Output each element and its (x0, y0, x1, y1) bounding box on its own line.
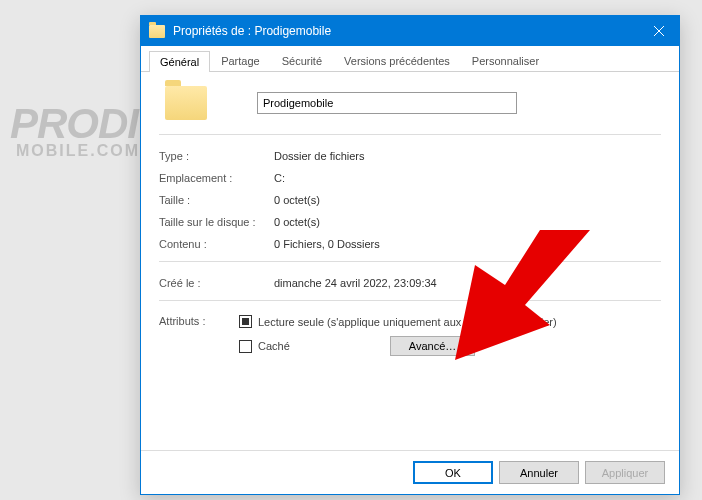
cancel-button[interactable]: Annuler (499, 461, 579, 484)
readonly-checkbox[interactable] (239, 315, 252, 328)
tab-securite[interactable]: Sécurité (271, 50, 333, 71)
content-panel: Type : Dossier de fichiers Emplacement :… (141, 72, 679, 370)
contenu-value: 0 Fichiers, 0 Dossiers (274, 238, 661, 250)
apply-button[interactable]: Appliquer (585, 461, 665, 484)
ok-button[interactable]: OK (413, 461, 493, 484)
taille-disque-value: 0 octet(s) (274, 216, 661, 228)
tab-personnaliser[interactable]: Personnaliser (461, 50, 550, 71)
close-button[interactable] (639, 16, 679, 46)
taille-label: Taille : (159, 194, 274, 206)
properties-window: Propriétés de : Prodigemobile Général Pa… (140, 15, 680, 495)
contenu-label: Contenu : (159, 238, 274, 250)
divider (159, 300, 661, 301)
folder-large-icon (165, 86, 207, 120)
cree-value: dimanche 24 avril 2022, 23:09:34 (274, 277, 661, 289)
emplacement-value: C: (274, 172, 661, 184)
close-icon (654, 26, 664, 36)
hidden-checkbox[interactable] (239, 340, 252, 353)
tab-partage[interactable]: Partage (210, 50, 271, 71)
divider (159, 261, 661, 262)
cree-label: Créé le : (159, 277, 274, 289)
folder-name-input[interactable] (257, 92, 517, 114)
window-title: Propriétés de : Prodigemobile (173, 24, 639, 38)
emplacement-label: Emplacement : (159, 172, 274, 184)
divider (159, 134, 661, 135)
taille-disque-label: Taille sur le disque : (159, 216, 274, 228)
taille-value: 0 octet(s) (274, 194, 661, 206)
type-value: Dossier de fichiers (274, 150, 661, 162)
type-label: Type : (159, 150, 274, 162)
footer: OK Annuler Appliquer (141, 450, 679, 494)
advanced-button[interactable]: Avancé… (390, 336, 476, 356)
hidden-label: Caché (258, 340, 290, 352)
titlebar[interactable]: Propriétés de : Prodigemobile (141, 16, 679, 46)
tab-bar: Général Partage Sécurité Versions précéd… (141, 46, 679, 72)
folder-icon (149, 25, 165, 38)
tab-general[interactable]: Général (149, 51, 210, 72)
readonly-label: Lecture seule (s'applique uniquement aux… (258, 316, 557, 328)
attributs-label: Attributs : (159, 315, 239, 327)
tab-versions[interactable]: Versions précédentes (333, 50, 461, 71)
